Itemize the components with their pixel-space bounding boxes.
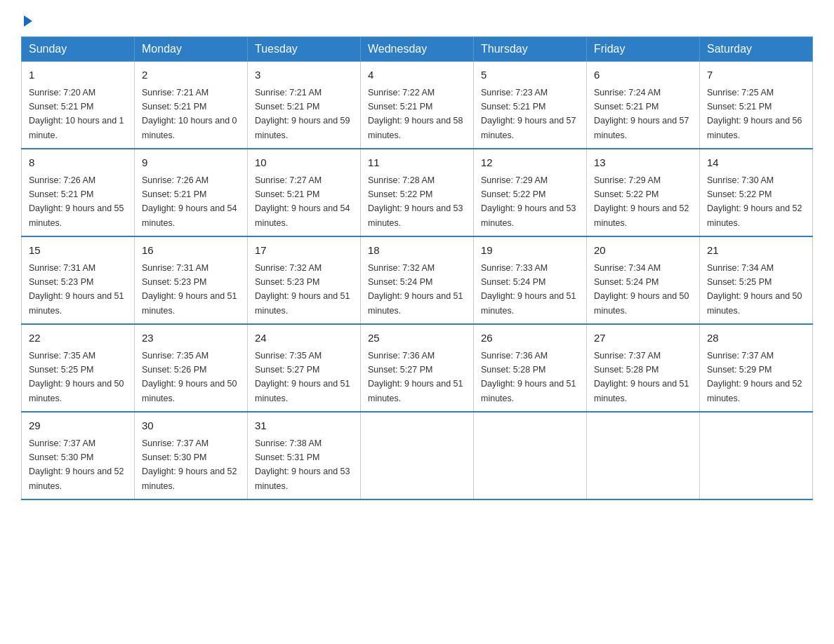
day-number: 7: [707, 67, 805, 83]
calendar-cell: 30 Sunrise: 7:37 AMSunset: 5:30 PMDaylig…: [135, 412, 248, 499]
day-number: 11: [368, 155, 466, 171]
day-number: 6: [594, 67, 692, 83]
calendar-cell: [361, 412, 474, 499]
day-info: Sunrise: 7:22 AMSunset: 5:21 PMDaylight:…: [368, 88, 463, 140]
day-info: Sunrise: 7:37 AMSunset: 5:29 PMDaylight:…: [707, 351, 802, 403]
day-info: Sunrise: 7:35 AMSunset: 5:25 PMDaylight:…: [29, 351, 124, 403]
day-info: Sunrise: 7:37 AMSunset: 5:30 PMDaylight:…: [29, 438, 124, 491]
calendar-cell: [474, 412, 587, 499]
day-info: Sunrise: 7:37 AMSunset: 5:30 PMDaylight:…: [142, 438, 237, 491]
calendar-cell: 6 Sunrise: 7:24 AMSunset: 5:21 PMDayligh…: [587, 62, 700, 149]
day-number: 9: [142, 155, 240, 171]
calendar-cell: 18 Sunrise: 7:32 AMSunset: 5:24 PMDaylig…: [361, 236, 474, 324]
day-number: 29: [29, 418, 127, 434]
calendar-cell: 19 Sunrise: 7:33 AMSunset: 5:24 PMDaylig…: [474, 236, 587, 324]
calendar-cell: 28 Sunrise: 7:37 AMSunset: 5:29 PMDaylig…: [700, 324, 813, 412]
calendar-cell: [587, 412, 700, 499]
calendar-cell: 11 Sunrise: 7:28 AMSunset: 5:22 PMDaylig…: [361, 149, 474, 236]
weekday-header-wednesday: Wednesday: [361, 37, 474, 62]
calendar-cell: 17 Sunrise: 7:32 AMSunset: 5:23 PMDaylig…: [248, 236, 361, 324]
calendar-week-row: 8 Sunrise: 7:26 AMSunset: 5:21 PMDayligh…: [22, 149, 813, 236]
day-number: 3: [255, 67, 353, 83]
day-number: 30: [142, 418, 240, 434]
calendar-week-row: 29 Sunrise: 7:37 AMSunset: 5:30 PMDaylig…: [22, 412, 813, 499]
calendar-cell: 26 Sunrise: 7:36 AMSunset: 5:28 PMDaylig…: [474, 324, 587, 412]
day-number: 16: [142, 243, 240, 259]
calendar-cell: 7 Sunrise: 7:25 AMSunset: 5:21 PMDayligh…: [700, 62, 813, 149]
calendar-cell: 29 Sunrise: 7:37 AMSunset: 5:30 PMDaylig…: [22, 412, 135, 499]
logo: [21, 14, 32, 24]
calendar-week-row: 22 Sunrise: 7:35 AMSunset: 5:25 PMDaylig…: [22, 324, 813, 412]
calendar-week-row: 1 Sunrise: 7:20 AMSunset: 5:21 PMDayligh…: [22, 62, 813, 149]
weekday-header-thursday: Thursday: [474, 37, 587, 62]
calendar-cell: 27 Sunrise: 7:37 AMSunset: 5:28 PMDaylig…: [587, 324, 700, 412]
calendar-week-row: 15 Sunrise: 7:31 AMSunset: 5:23 PMDaylig…: [22, 236, 813, 324]
day-number: 23: [142, 330, 240, 347]
day-info: Sunrise: 7:31 AMSunset: 5:23 PMDaylight:…: [29, 263, 124, 316]
day-number: 12: [481, 155, 579, 171]
day-number: 21: [707, 243, 805, 259]
day-info: Sunrise: 7:36 AMSunset: 5:27 PMDaylight:…: [368, 351, 463, 403]
page-header: [21, 14, 813, 24]
day-info: Sunrise: 7:32 AMSunset: 5:24 PMDaylight:…: [368, 263, 463, 316]
calendar-cell: 15 Sunrise: 7:31 AMSunset: 5:23 PMDaylig…: [22, 236, 135, 324]
logo-arrow-icon: [24, 15, 32, 27]
calendar-cell: 2 Sunrise: 7:21 AMSunset: 5:21 PMDayligh…: [135, 62, 248, 149]
day-info: Sunrise: 7:29 AMSunset: 5:22 PMDaylight:…: [594, 175, 689, 228]
weekday-header-sunday: Sunday: [22, 37, 135, 62]
day-info: Sunrise: 7:26 AMSunset: 5:21 PMDaylight:…: [142, 175, 237, 228]
calendar-cell: 5 Sunrise: 7:23 AMSunset: 5:21 PMDayligh…: [474, 62, 587, 149]
calendar-cell: 24 Sunrise: 7:35 AMSunset: 5:27 PMDaylig…: [248, 324, 361, 412]
day-number: 20: [594, 243, 692, 259]
weekday-header-monday: Monday: [135, 37, 248, 62]
weekday-header-row: SundayMondayTuesdayWednesdayThursdayFrid…: [22, 37, 813, 62]
day-info: Sunrise: 7:26 AMSunset: 5:21 PMDaylight:…: [29, 175, 124, 228]
day-number: 17: [255, 243, 353, 259]
day-info: Sunrise: 7:37 AMSunset: 5:28 PMDaylight:…: [594, 351, 689, 403]
day-number: 8: [29, 155, 127, 171]
day-info: Sunrise: 7:28 AMSunset: 5:22 PMDaylight:…: [368, 175, 463, 228]
day-info: Sunrise: 7:34 AMSunset: 5:24 PMDaylight:…: [594, 263, 689, 316]
calendar-cell: 31 Sunrise: 7:38 AMSunset: 5:31 PMDaylig…: [248, 412, 361, 499]
calendar-cell: 25 Sunrise: 7:36 AMSunset: 5:27 PMDaylig…: [361, 324, 474, 412]
calendar-cell: 8 Sunrise: 7:26 AMSunset: 5:21 PMDayligh…: [22, 149, 135, 236]
day-number: 26: [481, 330, 579, 347]
day-number: 31: [255, 418, 353, 434]
day-number: 4: [368, 67, 466, 83]
day-number: 14: [707, 155, 805, 171]
calendar-cell: 12 Sunrise: 7:29 AMSunset: 5:22 PMDaylig…: [474, 149, 587, 236]
day-info: Sunrise: 7:35 AMSunset: 5:26 PMDaylight:…: [142, 351, 237, 403]
weekday-header-tuesday: Tuesday: [248, 37, 361, 62]
day-number: 28: [707, 330, 805, 347]
day-number: 24: [255, 330, 353, 347]
day-info: Sunrise: 7:21 AMSunset: 5:21 PMDaylight:…: [255, 88, 350, 140]
day-info: Sunrise: 7:24 AMSunset: 5:21 PMDaylight:…: [594, 88, 689, 140]
day-info: Sunrise: 7:27 AMSunset: 5:21 PMDaylight:…: [255, 175, 350, 228]
day-info: Sunrise: 7:25 AMSunset: 5:21 PMDaylight:…: [707, 88, 802, 140]
day-number: 19: [481, 243, 579, 259]
calendar-cell: 1 Sunrise: 7:20 AMSunset: 5:21 PMDayligh…: [22, 62, 135, 149]
day-info: Sunrise: 7:30 AMSunset: 5:22 PMDaylight:…: [707, 175, 802, 228]
day-info: Sunrise: 7:21 AMSunset: 5:21 PMDaylight:…: [142, 88, 237, 140]
day-number: 18: [368, 243, 466, 259]
day-number: 25: [368, 330, 466, 347]
day-number: 2: [142, 67, 240, 83]
day-number: 5: [481, 67, 579, 83]
day-number: 22: [29, 330, 127, 347]
calendar-cell: 21 Sunrise: 7:34 AMSunset: 5:25 PMDaylig…: [700, 236, 813, 324]
day-number: 15: [29, 243, 127, 259]
calendar-cell: 22 Sunrise: 7:35 AMSunset: 5:25 PMDaylig…: [22, 324, 135, 412]
weekday-header-friday: Friday: [587, 37, 700, 62]
day-info: Sunrise: 7:36 AMSunset: 5:28 PMDaylight:…: [481, 351, 576, 403]
day-info: Sunrise: 7:32 AMSunset: 5:23 PMDaylight:…: [255, 263, 350, 316]
day-info: Sunrise: 7:29 AMSunset: 5:22 PMDaylight:…: [481, 175, 576, 228]
calendar-cell: 14 Sunrise: 7:30 AMSunset: 5:22 PMDaylig…: [700, 149, 813, 236]
weekday-header-saturday: Saturday: [700, 37, 813, 62]
calendar-cell: 13 Sunrise: 7:29 AMSunset: 5:22 PMDaylig…: [587, 149, 700, 236]
day-info: Sunrise: 7:20 AMSunset: 5:21 PMDaylight:…: [29, 88, 124, 140]
calendar-cell: 23 Sunrise: 7:35 AMSunset: 5:26 PMDaylig…: [135, 324, 248, 412]
calendar-cell: [700, 412, 813, 499]
day-info: Sunrise: 7:33 AMSunset: 5:24 PMDaylight:…: [481, 263, 576, 316]
day-info: Sunrise: 7:35 AMSunset: 5:27 PMDaylight:…: [255, 351, 350, 403]
calendar-cell: 20 Sunrise: 7:34 AMSunset: 5:24 PMDaylig…: [587, 236, 700, 324]
